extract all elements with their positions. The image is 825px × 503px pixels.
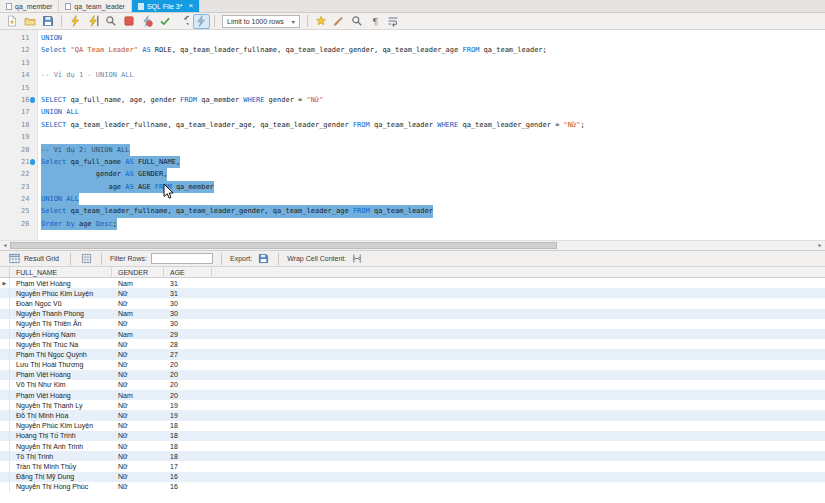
table-row[interactable]: Hoàng Thị Tố TrinhNữ18: [0, 431, 825, 441]
editor-horizontal-scrollbar[interactable]: ◂ ▸: [0, 240, 825, 251]
row-marker-cell[interactable]: [0, 360, 10, 370]
row-marker-cell[interactable]: [0, 461, 10, 471]
wrap-text-button[interactable]: [384, 14, 401, 29]
cell-age[interactable]: 18: [164, 451, 212, 461]
editor-line-16[interactable]: SELECT qa_full_name, age, gender FROM qa…: [38, 94, 825, 106]
row-marker-cell[interactable]: [0, 370, 10, 380]
scroll-left-button[interactable]: ◂: [0, 241, 10, 250]
cell-age[interactable]: 30: [164, 298, 212, 308]
table-row[interactable]: Nguyễn Hồng NamNam29: [0, 329, 825, 339]
editor-line-20[interactable]: -- Ví dụ 2: UNION ALL: [38, 144, 825, 156]
result-grid-tab[interactable]: Result Grid: [4, 251, 62, 266]
cell-full-name[interactable]: Phạm Việt Hoàng: [10, 278, 112, 288]
limit-rows-dropdown[interactable]: Limit to 1000 rows ▾: [222, 15, 300, 28]
column-header-full-name[interactable]: FULL_NAME: [10, 267, 112, 277]
cell-gender[interactable]: Nữ: [112, 472, 164, 482]
editor-line-14[interactable]: -- Ví dụ 1 - UNION ALL: [38, 69, 825, 81]
row-marker-cell[interactable]: [0, 380, 10, 390]
sql-editor[interactable]: 11121314151617181920212223242526 UNIONSe…: [0, 30, 825, 240]
table-row[interactable]: Nguyễn Thị Thanh LyNữ19: [0, 400, 825, 410]
invisible-chars-button[interactable]: ¶: [366, 14, 383, 29]
row-marker-cell[interactable]: [0, 400, 10, 410]
sql-code-area[interactable]: UNIONSelect "QA Team Leader" AS ROLE, qa…: [38, 30, 825, 240]
cell-full-name[interactable]: Phạm Việt Hoàng: [10, 390, 112, 400]
export-icon[interactable]: [256, 253, 270, 265]
grid-view-icon[interactable]: [79, 253, 93, 265]
commit-button[interactable]: [157, 14, 174, 29]
editor-line-26[interactable]: Order by age Desc;: [38, 218, 825, 230]
cell-gender[interactable]: Nữ: [112, 431, 164, 441]
open-script-button[interactable]: [22, 14, 39, 29]
cell-gender[interactable]: Nam: [112, 309, 164, 319]
cell-gender[interactable]: Nữ: [112, 410, 164, 420]
table-row[interactable]: Phạm Việt HoàngNam20: [0, 390, 825, 400]
row-marker-cell[interactable]: [0, 309, 10, 319]
toggle-stop-on-error-button[interactable]: [139, 14, 156, 29]
cell-full-name[interactable]: Nguyễn Thị Hồng Phúc: [10, 482, 112, 492]
scroll-right-button[interactable]: ▸: [815, 241, 825, 250]
cell-age[interactable]: 20: [164, 390, 212, 400]
editor-line-11[interactable]: UNION: [38, 32, 825, 44]
cell-gender[interactable]: Nam: [112, 329, 164, 339]
editor-line-22[interactable]: gender AS GENDER,: [38, 168, 825, 180]
filter-rows-input[interactable]: [151, 253, 213, 264]
column-header-age[interactable]: AGE: [164, 267, 212, 277]
editor-line-19[interactable]: [38, 131, 825, 143]
cell-age[interactable]: 18: [164, 421, 212, 431]
row-marker-cell[interactable]: [0, 472, 10, 482]
table-row[interactable]: Nguyễn Thị Hồng PhúcNữ16: [0, 482, 825, 492]
editor-line-23[interactable]: age AS AGE FROM qa_member: [38, 181, 825, 193]
cell-full-name[interactable]: Đoàn Ngọc Vũ: [10, 298, 112, 308]
row-marker-cell[interactable]: [0, 482, 10, 492]
cell-full-name[interactable]: Nguyễn Thị Thiên Ân: [10, 319, 112, 329]
stop-button[interactable]: [121, 14, 138, 29]
cell-full-name[interactable]: Tô Thị Trinh: [10, 451, 112, 461]
rollback-button[interactable]: [175, 14, 192, 29]
row-marker-cell[interactable]: [0, 390, 10, 400]
cell-gender[interactable]: Nữ: [112, 319, 164, 329]
execute-current-button[interactable]: [85, 14, 102, 29]
cell-age[interactable]: 30: [164, 319, 212, 329]
cell-full-name[interactable]: Nguyễn Thị Thanh Ly: [10, 400, 112, 410]
tab-qa-member[interactable]: qa_member: [0, 0, 59, 12]
row-marker-cell[interactable]: [0, 441, 10, 451]
cell-age[interactable]: 19: [164, 410, 212, 420]
cell-gender[interactable]: Nữ: [112, 451, 164, 461]
save-script-button[interactable]: [40, 14, 57, 29]
table-row[interactable]: Đoàn Ngọc VũNữ30: [0, 298, 825, 308]
row-marker-cell[interactable]: [0, 431, 10, 441]
table-row[interactable]: Nguyễn Thị Anh TrinhNữ18: [0, 441, 825, 451]
cell-age[interactable]: 27: [164, 349, 212, 359]
close-tab-icon[interactable]: ×: [189, 2, 194, 10]
cell-full-name[interactable]: Phạm Thị Ngọc Quỳnh: [10, 349, 112, 359]
cell-full-name[interactable]: Lưu Thị Hoài Thương: [10, 360, 112, 370]
cell-full-name[interactable]: Trần Thị Minh Thủy: [10, 461, 112, 471]
editor-line-18[interactable]: SELECT qa_team_leader_fullname, qa_team_…: [38, 119, 825, 131]
tab-sql-file-3[interactable]: SQL File 3*×: [132, 0, 200, 12]
cell-age[interactable]: 18: [164, 431, 212, 441]
table-row[interactable]: Nguyễn Thanh PhongNam30: [0, 309, 825, 319]
cell-gender[interactable]: Nữ: [112, 400, 164, 410]
cell-gender[interactable]: Nữ: [112, 421, 164, 431]
cell-age[interactable]: 20: [164, 370, 212, 380]
wrap-cell-content-icon[interactable]: [350, 253, 364, 265]
cell-age[interactable]: 30: [164, 309, 212, 319]
cell-gender[interactable]: Nữ: [112, 482, 164, 492]
row-marker-cell[interactable]: ▶: [0, 278, 10, 288]
cell-full-name[interactable]: Nguyễn Thị Anh Trinh: [10, 441, 112, 451]
table-row[interactable]: Võ Thị Như KimNữ20: [0, 380, 825, 390]
find-button[interactable]: [348, 14, 365, 29]
cell-gender[interactable]: Nữ: [112, 288, 164, 298]
cell-full-name[interactable]: Đặng Thị Mỹ Dung: [10, 472, 112, 482]
row-marker-cell[interactable]: [0, 451, 10, 461]
save-snippet-button[interactable]: [312, 14, 329, 29]
editor-line-12[interactable]: Select "QA Team Leader" AS ROLE, qa_team…: [38, 44, 825, 56]
cell-full-name[interactable]: Hoàng Thị Tố Trinh: [10, 431, 112, 441]
cell-age[interactable]: 31: [164, 278, 212, 288]
editor-line-21[interactable]: Select qa_full_name AS FULL_NAME,: [38, 156, 825, 168]
editor-line-25[interactable]: Select qa_team_leader_fullname, qa_team_…: [38, 205, 825, 217]
cell-full-name[interactable]: Nguyễn Thị Trúc Na: [10, 339, 112, 349]
table-row[interactable]: Tô Thị TrinhNữ18: [0, 451, 825, 461]
row-marker-cell[interactable]: [0, 329, 10, 339]
scrollbar-track[interactable]: [10, 241, 815, 250]
